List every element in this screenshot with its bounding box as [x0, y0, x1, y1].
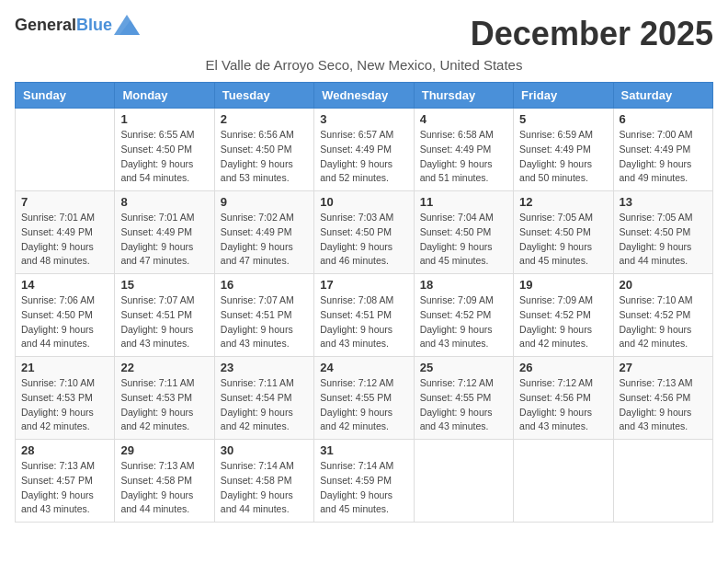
- day-number: 9: [221, 195, 308, 209]
- calendar-cell: 8Sunrise: 7:01 AMSunset: 4:49 PMDaylight…: [115, 191, 214, 274]
- calendar-cell: 31Sunrise: 7:14 AMSunset: 4:59 PMDayligh…: [314, 440, 414, 523]
- calendar-cell: 28Sunrise: 7:13 AMSunset: 4:57 PMDayligh…: [16, 440, 115, 523]
- day-number: 7: [21, 195, 108, 209]
- day-info: Sunrise: 7:10 AMSunset: 4:52 PMDaylight:…: [620, 293, 707, 351]
- day-number: 25: [420, 361, 507, 374]
- calendar-cell: 18Sunrise: 7:09 AMSunset: 4:52 PMDayligh…: [414, 274, 513, 357]
- calendar-cell: 1Sunrise: 6:55 AMSunset: 4:50 PMDaylight…: [115, 109, 214, 191]
- calendar-day-header: Monday: [115, 83, 214, 109]
- calendar-cell: 23Sunrise: 7:11 AMSunset: 4:54 PMDayligh…: [214, 357, 313, 440]
- calendar-day-header: Wednesday: [314, 83, 414, 109]
- day-info: Sunrise: 6:56 AMSunset: 4:50 PMDaylight:…: [221, 128, 308, 186]
- calendar-day-header: Tuesday: [214, 83, 313, 109]
- calendar-table: SundayMondayTuesdayWednesdayThursdayFrid…: [15, 82, 713, 523]
- day-info: Sunrise: 7:10 AMSunset: 4:53 PMDaylight:…: [21, 376, 108, 434]
- month-title: December 2025: [471, 15, 713, 53]
- logo-general: GeneralBlue: [15, 16, 112, 35]
- day-info: Sunrise: 7:00 AMSunset: 4:49 PMDaylight:…: [620, 128, 707, 186]
- day-number: 11: [420, 195, 507, 209]
- calendar-week-row: 14Sunrise: 7:06 AMSunset: 4:50 PMDayligh…: [16, 274, 713, 357]
- calendar-cell: 24Sunrise: 7:12 AMSunset: 4:55 PMDayligh…: [314, 357, 414, 440]
- day-number: 19: [519, 278, 607, 292]
- calendar-cell: 21Sunrise: 7:10 AMSunset: 4:53 PMDayligh…: [16, 357, 115, 440]
- calendar-cell: 14Sunrise: 7:06 AMSunset: 4:50 PMDayligh…: [16, 274, 115, 357]
- day-number: 23: [221, 361, 308, 374]
- day-info: Sunrise: 7:13 AMSunset: 4:57 PMDaylight:…: [21, 459, 108, 517]
- day-info: Sunrise: 7:02 AMSunset: 4:49 PMDaylight:…: [221, 211, 308, 269]
- calendar-cell: 22Sunrise: 7:11 AMSunset: 4:53 PMDayligh…: [115, 357, 214, 440]
- day-number: 17: [320, 278, 407, 292]
- calendar-day-header: Friday: [514, 83, 613, 109]
- calendar-cell: 2Sunrise: 6:56 AMSunset: 4:50 PMDaylight…: [214, 109, 313, 191]
- calendar-cell: 15Sunrise: 7:07 AMSunset: 4:51 PMDayligh…: [115, 274, 214, 357]
- day-info: Sunrise: 7:13 AMSunset: 4:56 PMDaylight:…: [620, 376, 707, 434]
- logo: GeneralBlue: [15, 15, 140, 35]
- calendar-day-header: Sunday: [16, 83, 115, 109]
- day-number: 8: [120, 195, 208, 209]
- day-info: Sunrise: 7:05 AMSunset: 4:50 PMDaylight:…: [519, 211, 607, 269]
- calendar-week-row: 21Sunrise: 7:10 AMSunset: 4:53 PMDayligh…: [16, 357, 713, 440]
- day-info: Sunrise: 7:05 AMSunset: 4:50 PMDaylight:…: [620, 211, 707, 269]
- day-info: Sunrise: 7:13 AMSunset: 4:58 PMDaylight:…: [120, 459, 208, 517]
- day-number: 10: [320, 195, 407, 209]
- calendar-week-row: 1Sunrise: 6:55 AMSunset: 4:50 PMDaylight…: [16, 109, 713, 191]
- day-number: 1: [120, 112, 208, 126]
- day-number: 21: [21, 361, 108, 374]
- calendar-cell: 7Sunrise: 7:01 AMSunset: 4:49 PMDaylight…: [16, 191, 115, 274]
- day-number: 31: [320, 443, 407, 457]
- calendar-cell: 29Sunrise: 7:13 AMSunset: 4:58 PMDayligh…: [115, 440, 214, 523]
- calendar-cell: 6Sunrise: 7:00 AMSunset: 4:49 PMDaylight…: [613, 109, 712, 191]
- day-info: Sunrise: 7:11 AMSunset: 4:54 PMDaylight:…: [221, 376, 308, 434]
- day-number: 15: [120, 278, 208, 292]
- calendar-cell: 25Sunrise: 7:12 AMSunset: 4:55 PMDayligh…: [414, 357, 513, 440]
- calendar-cell: 5Sunrise: 6:59 AMSunset: 4:49 PMDaylight…: [514, 109, 613, 191]
- title-section: December 2025: [471, 15, 713, 53]
- calendar-cell: [613, 440, 712, 523]
- day-info: Sunrise: 7:01 AMSunset: 4:49 PMDaylight:…: [120, 211, 208, 269]
- day-number: 2: [221, 112, 308, 126]
- page-header: GeneralBlue December 2025: [15, 15, 713, 53]
- day-info: Sunrise: 7:12 AMSunset: 4:56 PMDaylight:…: [519, 376, 607, 434]
- day-info: Sunrise: 7:07 AMSunset: 4:51 PMDaylight:…: [221, 293, 308, 351]
- logo-icon: [114, 15, 140, 35]
- calendar-cell: 13Sunrise: 7:05 AMSunset: 4:50 PMDayligh…: [613, 191, 712, 274]
- day-number: 29: [120, 443, 208, 457]
- calendar-day-header: Saturday: [613, 83, 712, 109]
- calendar-cell: 27Sunrise: 7:13 AMSunset: 4:56 PMDayligh…: [613, 357, 712, 440]
- day-info: Sunrise: 7:08 AMSunset: 4:51 PMDaylight:…: [320, 293, 407, 351]
- location-subtitle: El Valle de Arroyo Seco, New Mexico, Uni…: [15, 57, 713, 73]
- day-number: 5: [519, 112, 607, 126]
- calendar-cell: 4Sunrise: 6:58 AMSunset: 4:49 PMDaylight…: [414, 109, 513, 191]
- day-number: 20: [620, 278, 707, 292]
- day-info: Sunrise: 7:04 AMSunset: 4:50 PMDaylight:…: [420, 211, 507, 269]
- calendar-cell: 19Sunrise: 7:09 AMSunset: 4:52 PMDayligh…: [514, 274, 613, 357]
- calendar-cell: 12Sunrise: 7:05 AMSunset: 4:50 PMDayligh…: [514, 191, 613, 274]
- calendar-cell: 10Sunrise: 7:03 AMSunset: 4:50 PMDayligh…: [314, 191, 414, 274]
- day-number: 24: [320, 361, 407, 374]
- day-info: Sunrise: 7:09 AMSunset: 4:52 PMDaylight:…: [519, 293, 607, 351]
- day-info: Sunrise: 7:06 AMSunset: 4:50 PMDaylight:…: [21, 293, 108, 351]
- day-info: Sunrise: 7:09 AMSunset: 4:52 PMDaylight:…: [420, 293, 507, 351]
- day-info: Sunrise: 7:11 AMSunset: 4:53 PMDaylight:…: [120, 376, 208, 434]
- calendar-cell: 16Sunrise: 7:07 AMSunset: 4:51 PMDayligh…: [214, 274, 313, 357]
- day-number: 28: [21, 443, 108, 457]
- calendar-cell: [514, 440, 613, 523]
- day-info: Sunrise: 6:57 AMSunset: 4:49 PMDaylight:…: [320, 128, 407, 186]
- day-info: Sunrise: 6:58 AMSunset: 4:49 PMDaylight:…: [420, 128, 507, 186]
- calendar-cell: 3Sunrise: 6:57 AMSunset: 4:49 PMDaylight…: [314, 109, 414, 191]
- day-info: Sunrise: 6:55 AMSunset: 4:50 PMDaylight:…: [120, 128, 208, 186]
- calendar-week-row: 7Sunrise: 7:01 AMSunset: 4:49 PMDaylight…: [16, 191, 713, 274]
- calendar-week-row: 28Sunrise: 7:13 AMSunset: 4:57 PMDayligh…: [16, 440, 713, 523]
- calendar-cell: [16, 109, 115, 191]
- day-number: 18: [420, 278, 507, 292]
- calendar-day-header: Thursday: [414, 83, 513, 109]
- day-number: 16: [221, 278, 308, 292]
- day-number: 26: [519, 361, 607, 374]
- calendar-cell: 30Sunrise: 7:14 AMSunset: 4:58 PMDayligh…: [214, 440, 313, 523]
- day-number: 30: [221, 443, 308, 457]
- day-info: Sunrise: 7:14 AMSunset: 4:59 PMDaylight:…: [320, 459, 407, 517]
- day-number: 13: [620, 195, 707, 209]
- calendar-cell: 17Sunrise: 7:08 AMSunset: 4:51 PMDayligh…: [314, 274, 414, 357]
- day-info: Sunrise: 7:03 AMSunset: 4:50 PMDaylight:…: [320, 211, 407, 269]
- calendar-cell: 20Sunrise: 7:10 AMSunset: 4:52 PMDayligh…: [613, 274, 712, 357]
